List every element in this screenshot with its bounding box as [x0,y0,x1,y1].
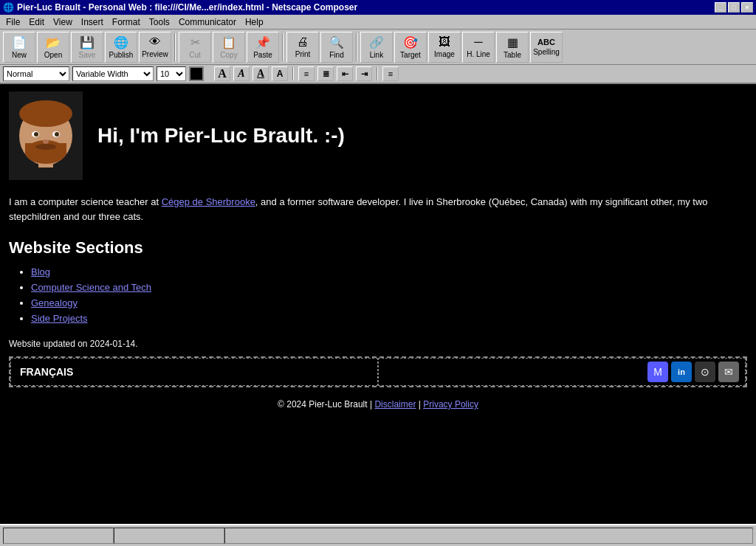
menu-edit[interactable]: Edit [24,15,49,29]
print-label: Print [295,50,311,58]
align-button[interactable]: ≡ [382,66,399,81]
close-button[interactable]: × [741,2,753,13]
spelling-button[interactable]: ABC Spelling [530,32,563,63]
preview-button[interactable]: 👁 Preview [139,32,171,63]
italic-button[interactable]: A [233,66,250,81]
footer-table: FRANÇAIS M in ⊙ ✉ [9,356,747,387]
style-select[interactable]: Normal Heading 1 Heading 2 [3,66,69,81]
format-sep-1 [292,67,294,80]
college-link[interactable]: Cégep de Sherbrooke [162,196,255,207]
greeting: Hi, I'm Pier-Luc Brault. :-) [97,124,345,147]
updated-text: Website updated on 2024-01-14. [9,339,747,349]
cut-label: Cut [189,51,201,59]
underline-button[interactable]: A [252,66,269,81]
francais-link[interactable]: FRANÇAIS [20,366,73,378]
menubar: File Edit View Insert Format Tools Commu… [0,15,756,30]
cut-icon: ✂ [190,35,200,49]
table-label: Table [504,51,521,59]
new-button[interactable]: 📄 New [3,32,35,63]
cs-tech-link[interactable]: Computer Science and Tech [31,282,151,293]
app-icon: 🌐 [3,2,14,13]
maximize-button[interactable]: □ [728,2,740,13]
header-section: Hi, I'm Pier-Luc Brault. :-) [9,91,747,180]
list-item: Side Projects [31,313,747,324]
unordered-list-button[interactable]: ≡ [298,66,315,81]
indent-button[interactable]: ⇥ [356,66,372,81]
spelling-label: Spelling [533,48,560,56]
table-icon: ▦ [507,35,518,49]
new-label: New [12,51,27,59]
menu-tools[interactable]: Tools [145,15,174,29]
profile-image [9,91,83,180]
copyright-symbol: © 2024 Pier-Luc Brault | [278,399,372,410]
list-item: Genealogy [31,297,747,308]
hline-icon: ─ [474,35,482,49]
size-select[interactable]: 10 12 [157,66,186,81]
copy-button[interactable]: 📋 Copy [213,32,245,63]
bold-button[interactable]: A [214,66,230,81]
blog-link[interactable]: Blog [31,266,50,277]
open-icon: 📂 [46,35,61,49]
menu-help[interactable]: Help [241,15,268,29]
image-label: Image [434,50,455,58]
pipe-separator: | [419,399,421,410]
cut-button[interactable]: ✂ Cut [179,32,211,63]
content-area: Hi, I'm Pier-Luc Brault. :-) I am a comp… [0,84,756,524]
open-button[interactable]: 📂 Open [37,32,69,63]
paste-button[interactable]: 📌 Paste [247,32,279,63]
mastodon-icon[interactable]: M [647,362,668,382]
email-icon[interactable]: ✉ [718,362,739,382]
target-label: Target [400,51,421,59]
copy-icon: 📋 [221,35,236,49]
privacy-link[interactable]: Privacy Policy [423,399,478,410]
menu-communicator[interactable]: Communicator [174,15,241,29]
table-button[interactable]: ▦ Table [496,32,529,63]
ordered-list-button[interactable]: ≣ [317,66,334,81]
page-content: Hi, I'm Pier-Luc Brault. :-) I am a comp… [0,84,756,524]
menu-insert[interactable]: Insert [77,15,108,29]
outdent-button[interactable]: ⇤ [337,66,353,81]
save-button[interactable]: 💾 Save [71,32,103,63]
copyright-text: © 2024 Pier-Luc Brault | Disclaimer | Pr… [9,399,747,410]
find-button[interactable]: 🔍 Find [320,32,353,63]
toolbar-sep-3 [356,33,357,61]
footer-left-cell: FRANÇAIS [10,358,378,386]
image-button[interactable]: 🖼 Image [428,32,461,63]
print-button[interactable]: 🖨 Print [286,32,319,63]
toolbar-sep-2 [282,33,284,61]
menu-view[interactable]: View [49,15,77,29]
color-picker[interactable] [189,66,204,81]
disclaimer-link[interactable]: Disclaimer [374,399,416,410]
save-label: Save [79,51,96,59]
svg-point-11 [43,139,49,144]
svg-point-10 [55,132,59,136]
linkedin-icon[interactable]: in [671,362,692,382]
link-icon: 🔗 [369,35,384,49]
footer-right-cell: M in ⊙ ✉ [378,358,746,386]
menu-file[interactable]: File [1,15,24,29]
side-projects-link[interactable]: Side Projects [31,313,88,324]
publish-label: Publish [109,51,134,59]
github-icon[interactable]: ⊙ [695,362,715,382]
font-select[interactable]: Variable Width Fixed Width [72,66,154,81]
target-button[interactable]: 🎯 Target [394,32,427,63]
publish-button[interactable]: 🌐 Publish [105,32,137,63]
publish-icon: 🌐 [114,35,128,49]
toolbar: 📄 New 📂 Open 💾 Save 🌐 Publish 👁 Preview … [0,30,756,65]
toolbar-sep-1 [174,33,176,61]
menu-format[interactable]: Format [108,15,145,29]
profile-svg [9,91,83,180]
minimize-button[interactable]: _ [715,2,726,13]
bio-paragraph: I am a computer science teacher at Cégep… [9,195,747,224]
window-controls: _ □ × [715,2,753,13]
find-label: Find [329,51,343,59]
link-button[interactable]: 🔗 Link [360,32,393,63]
strikethrough-button[interactable]: A [272,66,288,81]
format-sep-2 [377,67,378,80]
spelling-icon: ABC [537,38,555,46]
copy-label: Copy [220,51,237,59]
genealogy-link[interactable]: Genealogy [31,297,78,308]
hline-button[interactable]: ─ H. Line [462,32,495,63]
preview-icon: 👁 [149,35,161,49]
open-label: Open [44,51,62,59]
